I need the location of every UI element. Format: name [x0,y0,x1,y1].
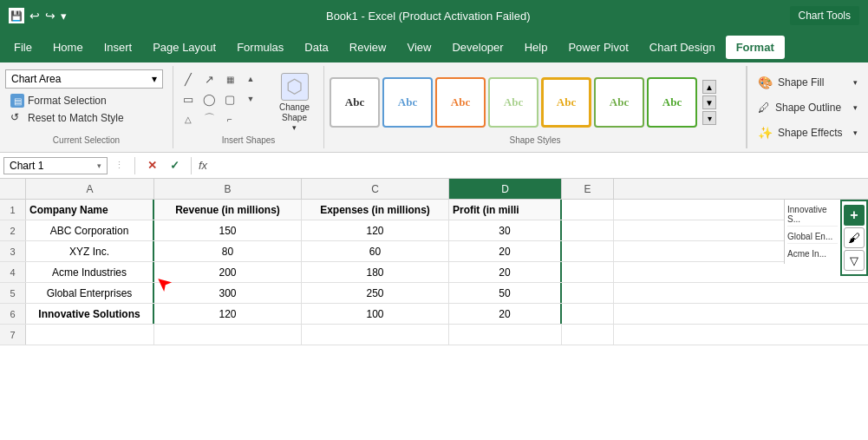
add-chart-element-btn[interactable]: + [844,205,865,226]
shape-styles-section: Abc Abc Abc Abc Abc Abc Abc ▲ ▼ ▾ Shape … [324,66,747,148]
shape-callout-btn[interactable]: △ [179,109,198,128]
change-shape-dropdown-icon: ▾ [292,123,297,132]
style-swatch-1[interactable]: Abc [382,77,433,128]
shape-scroll2-btn[interactable]: ▼ [241,89,260,108]
cell-e4[interactable] [562,262,614,282]
col-header-b[interactable]: B [154,179,302,199]
cell-b5[interactable]: 300 [154,283,302,303]
change-shape-button[interactable]: ⬡ ChangeShape ▾ [271,69,318,135]
style-swatch-0[interactable]: Abc [330,77,380,128]
cell-e1[interactable] [562,200,614,220]
cell-d1[interactable]: Profit (in milli [449,200,562,220]
undo-btn[interactable]: ↩ [29,9,40,23]
scroll-up-btn[interactable]: ▲ [702,80,716,94]
menu-data[interactable]: Data [294,36,338,59]
cell-d5[interactable]: 50 [449,283,562,303]
cell-c7[interactable] [302,325,449,345]
cell-e3[interactable] [562,241,614,261]
style-swatch-6[interactable]: Abc [647,77,697,128]
cell-a5[interactable]: Global Enterprises [26,283,154,303]
shape-scroll-btn[interactable]: ▲ [241,69,260,89]
col-header-c[interactable]: C [302,179,449,199]
shape-line2-btn[interactable]: ⌒ [199,109,219,128]
col-header-a[interactable]: A [26,179,154,199]
menu-chart-design[interactable]: Chart Design [639,36,726,59]
cell-e6[interactable] [562,304,614,324]
cell-d6[interactable]: 20 [449,304,562,324]
cell-c5[interactable]: 250 [302,283,449,303]
confirm-formula-btn[interactable]: ✓ [165,156,184,175]
cell-a1[interactable]: Company Name [26,200,154,220]
redo-btn[interactable]: ↪ [45,9,55,23]
cell-e5[interactable] [562,283,614,303]
cell-c4[interactable]: 180 [302,262,449,282]
shape-rect-btn[interactable]: ▭ [179,89,198,108]
menu-review[interactable]: Review [339,36,397,59]
cell-b2[interactable]: 150 [154,220,302,240]
cell-c1[interactable]: Expenses (in millions) [302,200,449,220]
cell-b1[interactable]: Revenue (in millions) [154,200,302,220]
shape-fill-button[interactable]: 🎨 Shape Fill ▾ [754,74,861,91]
reset-to-match-button[interactable]: ↺ Reset to Match Style [5,109,167,127]
menu-help[interactable]: Help [514,36,558,59]
cell-c3[interactable]: 60 [302,241,449,261]
cell-d2[interactable]: 30 [449,220,562,240]
menu-power-pivot[interactable]: Power Pivot [558,36,638,59]
chart-filter-btn[interactable]: ▽ [844,250,865,271]
cancel-formula-btn[interactable]: ✕ [142,156,161,175]
cell-a6[interactable]: Innovative Solutions [26,304,154,324]
format-selection-icon: ▤ [10,94,24,108]
shape-more-btn[interactable]: ▦ [220,69,239,89]
menu-formulas[interactable]: Formulas [226,36,294,59]
menu-home[interactable]: Home [42,36,94,59]
style-swatch-2[interactable]: Abc [435,77,486,128]
cell-e7[interactable] [562,325,614,345]
menu-file[interactable]: File [3,36,42,59]
menu-page-layout[interactable]: Page Layout [142,36,226,59]
cell-a7[interactable] [26,325,154,345]
name-box[interactable]: Chart 1 ▾ [3,157,108,174]
chart-area-dropdown[interactable]: Chart Area ▾ [5,69,163,89]
cell-d4[interactable]: 20 [449,262,562,282]
cell-b7[interactable] [154,325,302,345]
cell-a4[interactable]: Acme Industries [26,262,154,282]
col-header-d[interactable]: D [449,179,562,199]
shape-rounded-btn[interactable]: ▢ [220,89,239,108]
cell-d7[interactable] [449,325,562,345]
table-row: 7 [0,325,868,345]
save-icon[interactable]: 💾 [9,8,24,23]
menu-view[interactable]: View [396,36,441,59]
shape-styles-label: Shape Styles [330,135,741,145]
cell-a2[interactable]: ABC Corporation [26,220,154,240]
shape-line-btn[interactable]: ╱ [179,69,198,89]
col-header-e[interactable]: E [562,179,614,199]
shape-effects-label: Shape Effects [778,127,843,139]
shape-ellipse-btn[interactable]: ◯ [199,89,219,108]
cell-c2[interactable]: 120 [302,220,449,240]
menu-insert[interactable]: Insert [94,36,143,59]
shape-corner-btn[interactable]: ⌐ [220,109,239,128]
style-swatch-5[interactable]: Abc [594,77,644,128]
row-num-3: 3 [0,241,26,261]
styles-swatches-row: Abc Abc Abc Abc Abc Abc Abc ▲ ▼ ▾ [330,69,741,135]
row-num-6: 6 [0,304,26,324]
format-selection-button[interactable]: ▤ Format Selection [5,92,167,109]
shape-outline-button[interactable]: 🖊 Shape Outline ▾ [754,99,861,116]
cell-c6[interactable]: 100 [302,304,449,324]
select-all-btn[interactable] [0,179,26,199]
formula-bar: Chart 1 ▾ ⋮ ✕ ✓ fx [0,153,868,179]
menu-developer[interactable]: Developer [441,36,513,59]
cell-b3[interactable]: 80 [154,241,302,261]
shape-effects-button[interactable]: ✨ Shape Effects ▾ [754,124,861,141]
style-swatch-3[interactable]: Abc [488,77,538,128]
cell-a3[interactable]: XYZ Inc. [26,241,154,261]
scroll-expand-btn[interactable]: ▾ [702,111,716,125]
menu-format[interactable]: Format [726,36,785,59]
cell-d3[interactable]: 20 [449,241,562,261]
style-swatch-4[interactable]: Abc [541,77,591,128]
shape-arrow-btn[interactable]: ↗ [199,69,219,89]
cell-e2[interactable] [562,220,614,240]
scroll-down-btn[interactable]: ▼ [702,95,716,109]
chart-brush-btn[interactable]: 🖌 [844,227,865,248]
cell-b6[interactable]: 120 [154,304,302,324]
